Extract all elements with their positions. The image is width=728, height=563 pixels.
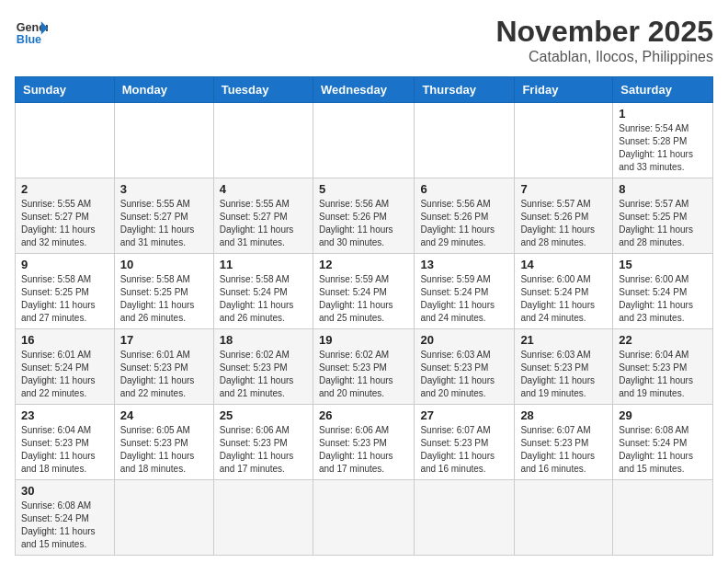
day-number: 27 — [420, 408, 508, 422]
table-row: 17Sunrise: 6:01 AMSunset: 5:23 PMDayligh… — [114, 329, 213, 405]
day-info: Sunrise: 6:02 AMSunset: 5:23 PMDaylight:… — [220, 349, 307, 400]
day-info: Sunrise: 6:04 AMSunset: 5:23 PMDaylight:… — [619, 349, 707, 400]
header-monday: Monday — [114, 77, 213, 103]
table-row: 16Sunrise: 6:01 AMSunset: 5:24 PMDayligh… — [16, 329, 115, 405]
table-row: 15Sunrise: 6:00 AMSunset: 5:24 PMDayligh… — [613, 254, 713, 329]
day-info: Sunrise: 6:03 AMSunset: 5:23 PMDaylight:… — [420, 349, 508, 400]
day-info: Sunrise: 5:57 AMSunset: 5:26 PMDaylight:… — [520, 198, 607, 249]
table-row: 18Sunrise: 6:02 AMSunset: 5:23 PMDayligh… — [213, 329, 313, 405]
day-number: 30 — [21, 484, 108, 498]
table-row: 9Sunrise: 5:58 AMSunset: 5:25 PMDaylight… — [16, 254, 115, 329]
calendar-week-row: 9Sunrise: 5:58 AMSunset: 5:25 PMDaylight… — [16, 254, 713, 329]
day-number: 1 — [619, 107, 707, 121]
logo: General Blue — [15, 15, 48, 48]
day-info: Sunrise: 5:56 AMSunset: 5:26 PMDaylight:… — [420, 198, 508, 249]
day-number: 26 — [319, 408, 408, 422]
day-info: Sunrise: 5:58 AMSunset: 5:24 PMDaylight:… — [220, 273, 307, 325]
calendar-week-row: 16Sunrise: 6:01 AMSunset: 5:24 PMDayligh… — [16, 329, 713, 405]
day-number: 14 — [520, 258, 607, 271]
day-info: Sunrise: 5:55 AMSunset: 5:27 PMDaylight:… — [220, 198, 307, 249]
day-info: Sunrise: 6:02 AMSunset: 5:23 PMDaylight:… — [319, 349, 408, 400]
table-row: 25Sunrise: 6:06 AMSunset: 5:23 PMDayligh… — [213, 405, 313, 480]
day-number: 22 — [619, 333, 707, 347]
table-row — [213, 103, 313, 178]
day-info: Sunrise: 6:00 AMSunset: 5:24 PMDaylight:… — [520, 273, 607, 325]
table-row: 2Sunrise: 5:55 AMSunset: 5:27 PMDaylight… — [16, 178, 115, 254]
table-row: 22Sunrise: 6:04 AMSunset: 5:23 PMDayligh… — [613, 329, 713, 405]
table-row: 7Sunrise: 5:57 AMSunset: 5:26 PMDaylight… — [515, 178, 613, 254]
day-info: Sunrise: 6:07 AMSunset: 5:23 PMDaylight:… — [420, 424, 508, 476]
day-number: 20 — [420, 333, 508, 347]
logo-icon: General Blue — [15, 15, 48, 48]
day-number: 15 — [619, 258, 707, 271]
header-wednesday: Wednesday — [313, 77, 414, 103]
table-row: 14Sunrise: 6:00 AMSunset: 5:24 PMDayligh… — [515, 254, 613, 329]
day-number: 11 — [220, 258, 307, 271]
day-info: Sunrise: 6:01 AMSunset: 5:24 PMDaylight:… — [21, 349, 108, 400]
day-info: Sunrise: 6:08 AMSunset: 5:24 PMDaylight:… — [21, 500, 108, 551]
table-row — [114, 480, 213, 556]
header-friday: Friday — [515, 77, 613, 103]
day-number: 3 — [120, 182, 208, 196]
table-row: 28Sunrise: 6:07 AMSunset: 5:23 PMDayligh… — [515, 405, 613, 480]
location-title: Catablan, Ilocos, Philippines — [495, 49, 713, 65]
table-row — [415, 103, 515, 178]
table-row: 23Sunrise: 6:04 AMSunset: 5:23 PMDayligh… — [16, 405, 115, 480]
table-row — [515, 480, 613, 556]
calendar-week-row: 30Sunrise: 6:08 AMSunset: 5:24 PMDayligh… — [16, 480, 713, 556]
svg-text:Blue: Blue — [17, 33, 41, 46]
table-row: 13Sunrise: 5:59 AMSunset: 5:24 PMDayligh… — [415, 254, 515, 329]
table-row: 21Sunrise: 6:03 AMSunset: 5:23 PMDayligh… — [515, 329, 613, 405]
table-row — [415, 480, 515, 556]
table-row: 1Sunrise: 5:54 AMSunset: 5:28 PMDaylight… — [613, 103, 713, 178]
day-info: Sunrise: 6:07 AMSunset: 5:23 PMDaylight:… — [520, 424, 607, 476]
day-info: Sunrise: 5:55 AMSunset: 5:27 PMDaylight:… — [120, 198, 208, 249]
table-row: 26Sunrise: 6:06 AMSunset: 5:23 PMDayligh… — [313, 405, 414, 480]
table-row: 4Sunrise: 5:55 AMSunset: 5:27 PMDaylight… — [213, 178, 313, 254]
table-row: 10Sunrise: 5:58 AMSunset: 5:25 PMDayligh… — [114, 254, 213, 329]
day-info: Sunrise: 6:06 AMSunset: 5:23 PMDaylight:… — [319, 424, 408, 476]
table-row: 19Sunrise: 6:02 AMSunset: 5:23 PMDayligh… — [313, 329, 414, 405]
table-row: 8Sunrise: 5:57 AMSunset: 5:25 PMDaylight… — [613, 178, 713, 254]
table-row — [16, 103, 115, 178]
day-info: Sunrise: 6:01 AMSunset: 5:23 PMDaylight:… — [120, 349, 208, 400]
day-info: Sunrise: 5:54 AMSunset: 5:28 PMDaylight:… — [619, 122, 707, 174]
table-row: 6Sunrise: 5:56 AMSunset: 5:26 PMDaylight… — [415, 178, 515, 254]
day-info: Sunrise: 5:59 AMSunset: 5:24 PMDaylight:… — [319, 273, 408, 325]
day-number: 23 — [21, 408, 108, 422]
day-info: Sunrise: 6:03 AMSunset: 5:23 PMDaylight:… — [520, 349, 607, 400]
day-number: 10 — [120, 258, 208, 271]
table-row: 5Sunrise: 5:56 AMSunset: 5:26 PMDaylight… — [313, 178, 414, 254]
table-row: 30Sunrise: 6:08 AMSunset: 5:24 PMDayligh… — [16, 480, 115, 556]
day-info: Sunrise: 5:59 AMSunset: 5:24 PMDaylight:… — [420, 273, 508, 325]
header-tuesday: Tuesday — [213, 77, 313, 103]
table-row — [114, 103, 213, 178]
day-info: Sunrise: 5:57 AMSunset: 5:25 PMDaylight:… — [619, 198, 707, 249]
day-number: 25 — [220, 408, 307, 422]
weekday-header-row: Sunday Monday Tuesday Wednesday Thursday… — [16, 77, 713, 103]
title-area: November 2025 Catablan, Ilocos, Philippi… — [495, 15, 713, 65]
table-row: 12Sunrise: 5:59 AMSunset: 5:24 PMDayligh… — [313, 254, 414, 329]
day-number: 16 — [21, 333, 108, 347]
table-row — [613, 480, 713, 556]
day-info: Sunrise: 5:58 AMSunset: 5:25 PMDaylight:… — [120, 273, 208, 325]
day-number: 21 — [520, 333, 607, 347]
day-number: 18 — [220, 333, 307, 347]
day-number: 17 — [120, 333, 208, 347]
day-info: Sunrise: 5:58 AMSunset: 5:25 PMDaylight:… — [21, 273, 108, 325]
table-row: 27Sunrise: 6:07 AMSunset: 5:23 PMDayligh… — [415, 405, 515, 480]
calendar-week-row: 23Sunrise: 6:04 AMSunset: 5:23 PMDayligh… — [16, 405, 713, 480]
day-info: Sunrise: 5:55 AMSunset: 5:27 PMDaylight:… — [21, 198, 108, 249]
day-number: 5 — [319, 182, 408, 196]
month-title: November 2025 — [495, 15, 713, 49]
day-number: 24 — [120, 408, 208, 422]
calendar-table: Sunday Monday Tuesday Wednesday Thursday… — [15, 76, 713, 556]
day-info: Sunrise: 6:06 AMSunset: 5:23 PMDaylight:… — [220, 424, 307, 476]
table-row — [313, 480, 414, 556]
day-number: 28 — [520, 408, 607, 422]
table-row: 20Sunrise: 6:03 AMSunset: 5:23 PMDayligh… — [415, 329, 515, 405]
day-number: 6 — [420, 182, 508, 196]
table-row: 3Sunrise: 5:55 AMSunset: 5:27 PMDaylight… — [114, 178, 213, 254]
day-number: 8 — [619, 182, 707, 196]
day-number: 4 — [220, 182, 307, 196]
